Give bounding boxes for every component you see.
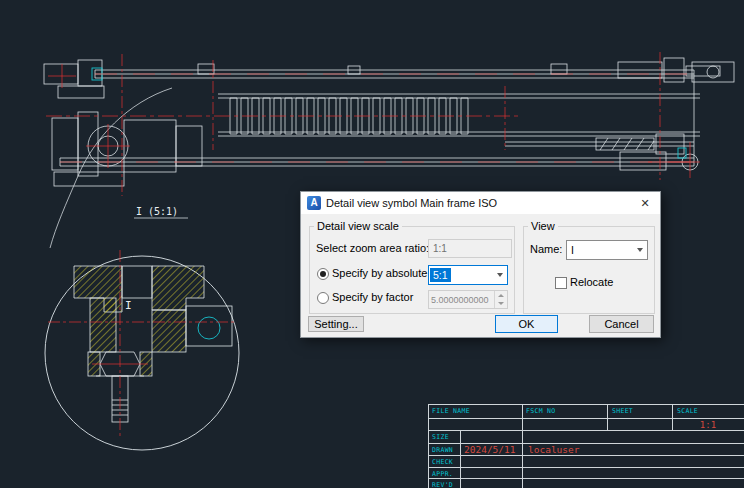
drawn-label: DRAWN — [432, 446, 453, 454]
dialog-titlebar[interactable]: A Detail view symbol Main frame ISO ✕ — [301, 192, 660, 214]
absolute-value: 5:1 — [430, 268, 451, 282]
detail-view-scale-group: Detail view scale Select zoom area ratio… — [309, 220, 515, 314]
zoom-ratio-label: Select zoom area ratio: — [316, 242, 429, 254]
specify-absolute-radio[interactable] — [317, 268, 329, 280]
spin-down-icon[interactable] — [495, 300, 507, 309]
fscm-no-label: FSCM NO — [526, 407, 556, 415]
view-name-combo[interactable]: I — [566, 240, 648, 260]
view-name-label: Name: — [530, 243, 562, 255]
zoom-ratio-value: 1:1 — [433, 243, 447, 254]
zoom-ratio-value-field: 1:1 — [428, 239, 512, 258]
app-icon: A — [307, 196, 321, 210]
cancel-button[interactable]: Cancel — [589, 315, 654, 333]
specify-absolute-label: Specify by absolute — [332, 267, 427, 279]
appr-label: APPR. — [432, 470, 453, 478]
ok-button[interactable]: OK — [495, 315, 558, 333]
specify-factor-radio[interactable] — [317, 292, 329, 304]
detail-view-label: I (5:1) — [136, 206, 178, 217]
section-hatch — [74, 266, 204, 376]
view-name-value: I — [568, 243, 577, 257]
detail-view-symbol-dialog: A Detail view symbol Main frame ISO ✕ De… — [300, 191, 661, 338]
spin-up-icon[interactable] — [495, 291, 507, 300]
check-label: CHECK — [432, 458, 453, 466]
chevron-down-icon[interactable] — [632, 241, 647, 259]
view-legend: View — [528, 220, 558, 232]
specify-factor-label: Specify by factor — [332, 291, 413, 303]
chevron-down-icon[interactable] — [492, 266, 507, 284]
setting-button[interactable]: Setting... — [308, 316, 364, 332]
relocate-label: Relocate — [570, 276, 613, 288]
dialog-title: Detail view symbol Main frame ISO — [326, 197, 630, 209]
factor-value-spinner: 5.0000000000 — [428, 290, 508, 309]
file-name-label: FILE NAME — [432, 407, 470, 415]
sheet-label: SHEET — [612, 407, 633, 415]
scale-label: SCALE — [677, 407, 698, 415]
absolute-value-combo[interactable]: 5:1 — [428, 265, 508, 285]
revd-label: REV'D — [432, 481, 453, 488]
cad-viewport[interactable]: I (5:1) I A Detail view symbol Main fram… — [0, 0, 744, 488]
view-group: View Name: I Relocate — [523, 220, 655, 314]
factor-value: 5.0000000000 — [429, 295, 489, 305]
detail-view-scale-legend: Detail view scale — [314, 220, 402, 232]
size-label: SIZE — [432, 433, 449, 441]
section-letter-label: I — [125, 299, 132, 312]
spinner-buttons[interactable] — [494, 291, 507, 308]
scale-value: 1:1 — [672, 420, 744, 430]
drawn-by: localuser — [528, 444, 579, 455]
relocate-checkbox[interactable] — [555, 277, 567, 289]
title-block: FILE NAME FSCM NO SHEET SCALE 1:1 SIZE D… — [428, 404, 744, 488]
drawn-date: 2024/5/11 — [464, 444, 515, 455]
close-icon[interactable]: ✕ — [630, 192, 660, 214]
